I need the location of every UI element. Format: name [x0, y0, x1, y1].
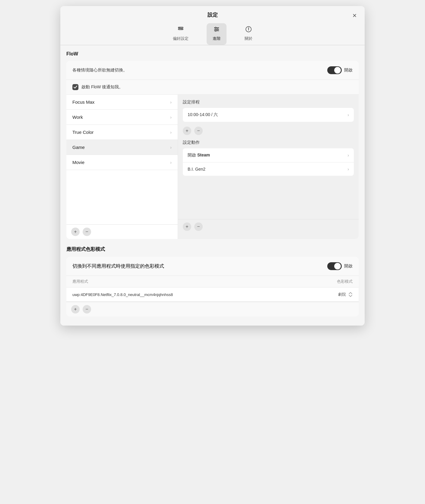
remove-app-button[interactable]: −	[83, 305, 91, 313]
profile-game-label: Game	[72, 145, 85, 150]
app-color-header-text: 切換到不同應用程式時使用指定的色彩模式	[72, 263, 164, 269]
svg-point-3	[181, 29, 182, 30]
app-color-toggle[interactable]	[327, 262, 342, 270]
action-title: 設定動作	[183, 140, 354, 145]
remove-action-button[interactable]: −	[194, 222, 203, 231]
toggle-knob	[334, 67, 341, 74]
remove-profile-button[interactable]: −	[83, 228, 91, 236]
color-mode-label: 劇院	[338, 292, 346, 297]
chevron-icon: ›	[170, 145, 172, 150]
app-row[interactable]: uwp:4DF9E0F8.Netflix_7.0.8.0_neutral__mc…	[66, 288, 359, 302]
flow-checkbox-label: 啟動 FloW 後通知我。	[81, 84, 123, 90]
chevron-icon: ›	[170, 100, 172, 105]
close-button[interactable]: ✕	[350, 11, 359, 20]
profile-movie[interactable]: Movie ›	[66, 155, 178, 170]
flow-right-panel: 設定排程 10:00-14:00 / 六 › + − 設定動作	[178, 95, 359, 239]
flow-body: Focus Max › Work › True Color › Game ›	[66, 95, 359, 239]
flow-left-footer: + −	[66, 224, 178, 239]
flow-checkbox-row: 啟動 FloW 後通知我。	[66, 80, 359, 95]
action-item-steam[interactable]: 開啟 Steam ›	[183, 148, 354, 162]
profile-focus-max-label: Focus Max	[72, 99, 94, 105]
tab-preferences[interactable]: 偏好設定	[167, 23, 195, 45]
flow-right-inner: 設定排程 10:00-14:00 / 六 › + − 設定動作	[178, 95, 359, 219]
schedule-item-label: 10:00-14:00 / 六	[188, 112, 218, 118]
profile-true-color-label: True Color	[72, 130, 94, 135]
chevron-icon: ›	[347, 112, 349, 117]
svg-point-12	[248, 28, 249, 28]
app-footer: + −	[66, 302, 359, 317]
stepper-icon	[348, 292, 353, 297]
settings-window: 設定 ✕ 偏好設定	[60, 6, 365, 326]
remove-schedule-button[interactable]: −	[194, 127, 203, 135]
main-content: FloW 各種情境隨心所欲無縫切換。 開啟 啟動 Fl	[60, 45, 365, 326]
svg-point-8	[217, 29, 218, 30]
profile-focus-max[interactable]: Focus Max ›	[66, 95, 178, 110]
svg-point-2	[179, 27, 180, 28]
about-icon	[245, 26, 252, 34]
add-app-button[interactable]: +	[71, 305, 80, 313]
flow-toggle-label: 開啟	[344, 68, 353, 73]
profile-true-color[interactable]: True Color ›	[66, 125, 178, 140]
tab-preferences-label: 偏好設定	[173, 36, 189, 41]
advanced-icon	[213, 26, 220, 34]
chevron-icon: ›	[170, 130, 172, 135]
action-item-bi[interactable]: B.I. Gen2 ›	[183, 162, 354, 176]
add-schedule-button[interactable]: +	[183, 127, 191, 135]
schedule-list: 10:00-14:00 / 六 ›	[183, 108, 354, 122]
app-color-toggle-wrapper: 開啟	[327, 262, 353, 270]
title-bar: 設定 ✕	[60, 6, 365, 18]
col-headers: 應用程式 色彩模式	[66, 276, 359, 288]
schedule-action-buttons: + −	[183, 124, 354, 140]
profile-game[interactable]: Game ›	[66, 140, 178, 155]
col-color-label: 色彩模式	[337, 279, 353, 284]
app-color-card: 切換到不同應用程式時使用指定的色彩模式 開啟 應用程式 色彩模式 uwp:4DF…	[66, 257, 359, 317]
tab-about-label: 關於	[245, 36, 252, 41]
flow-checkbox[interactable]	[72, 84, 78, 90]
app-color-section-title: 應用程式色彩模式	[66, 246, 359, 253]
flow-section-title: FloW	[66, 51, 359, 57]
flow-header-text: 各種情境隨心所欲無縫切換。	[72, 68, 127, 73]
toggle-knob	[334, 263, 341, 269]
tab-advanced[interactable]: 進階	[207, 23, 227, 45]
flow-card: 各種情境隨心所欲無縫切換。 開啟 啟動 FloW 後通知我。	[66, 61, 359, 239]
flow-profile-list: Focus Max › Work › True Color › Game ›	[66, 95, 178, 239]
preferences-icon	[177, 26, 184, 34]
add-action-button[interactable]: +	[183, 222, 191, 231]
action-steam-label: 開啟 Steam	[188, 153, 210, 158]
schedule-title: 設定排程	[183, 99, 354, 105]
chevron-icon: ›	[170, 115, 172, 120]
app-color-value: 劇院	[338, 292, 353, 297]
chevron-icon: ›	[347, 167, 349, 172]
flow-toggle-wrapper: 開啟	[327, 66, 353, 74]
add-profile-button[interactable]: +	[71, 228, 80, 236]
svg-point-7	[215, 27, 216, 28]
flow-card-header: 各種情境隨心所欲無縫切換。 開啟	[66, 61, 359, 80]
profile-work-label: Work	[72, 115, 83, 120]
svg-point-9	[215, 30, 216, 31]
app-color-header: 切換到不同應用程式時使用指定的色彩模式 開啟	[66, 257, 359, 276]
app-color-toggle-label: 開啟	[344, 263, 353, 269]
col-app-label: 應用程式	[72, 279, 88, 284]
chevron-icon: ›	[170, 160, 172, 165]
chevron-icon: ›	[347, 153, 349, 158]
flow-footer: + −	[178, 219, 359, 234]
action-list: 開啟 Steam › B.I. Gen2 ›	[183, 148, 354, 176]
window-title: 設定	[208, 11, 218, 18]
schedule-item[interactable]: 10:00-14:00 / 六 ›	[183, 108, 354, 122]
flow-toggle[interactable]	[327, 66, 342, 74]
tab-bar: 偏好設定 進階	[60, 18, 365, 45]
action-bi-label: B.I. Gen2	[188, 167, 205, 172]
app-name: uwp:4DF9E0F8.Netflix_7.0.8.0_neutral__mc…	[72, 292, 173, 297]
tab-about[interactable]: 關於	[239, 23, 258, 45]
profile-work[interactable]: Work ›	[66, 110, 178, 125]
tab-advanced-label: 進階	[213, 36, 220, 41]
profile-movie-label: Movie	[72, 160, 84, 165]
